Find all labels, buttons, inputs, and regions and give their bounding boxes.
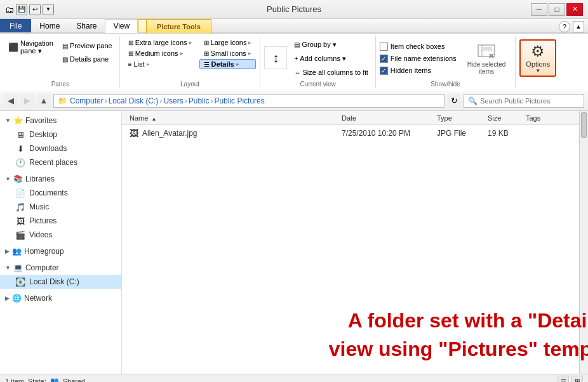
sidebar-item-music[interactable]: 🎵 Music (0, 200, 121, 214)
maximize-button[interactable]: □ (549, 3, 565, 16)
col-header-tags[interactable]: Tags (523, 114, 574, 122)
group-by-icon: ▤ (294, 41, 300, 48)
medium-icon: ⊞ (128, 50, 133, 57)
tab-home[interactable]: Home (31, 19, 68, 32)
address-bar[interactable]: 📁 Computer › Local Disk (C:) › Users › P… (53, 94, 444, 108)
main-area: ▼ ⭐ Favorites 🖥 Desktop ⬇ Downloads 🕐 Re… (0, 111, 588, 374)
size-all-label: Size all columns to fit (302, 69, 368, 76)
large-icons-btn[interactable]: ⊞ Large icons ▸ (199, 37, 257, 48)
sort-button[interactable]: ↕ (264, 46, 287, 69)
sidebar-item-documents[interactable]: 📄 Documents (0, 186, 121, 200)
preview-pane-button[interactable]: ▤ Preview pane (59, 40, 116, 51)
favorites-arrow: ▼ (5, 117, 11, 124)
add-columns-button[interactable]: + Add columns ▾ (291, 53, 371, 65)
desktop-label: Desktop (29, 130, 57, 139)
address-local-disk[interactable]: Local Disk (C:) (109, 96, 159, 105)
extra-large-icon: ⊞ (128, 39, 133, 46)
downloads-label: Downloads (29, 144, 67, 153)
favorites-header[interactable]: ▼ ⭐ Favorites (0, 114, 121, 128)
add-columns-label: Add columns ▾ (300, 55, 346, 63)
group-by-button[interactable]: ▤ Group by ▾ (291, 39, 371, 51)
medium-icons-btn[interactable]: ⊞ Medium icons ▸ (124, 48, 197, 58)
nav-pane-icon: ⬛ (8, 43, 18, 52)
homegroup-header[interactable]: ▶ 👥 Homegroup (0, 244, 121, 258)
item-check-boxes-toggle[interactable]: Item check boxes (380, 42, 457, 51)
status-bar: 1 item State: 👥 Shared ☰ ⊞ (0, 374, 588, 382)
desktop-icon: 🖥 (15, 129, 25, 140)
back-button[interactable]: ◀ (4, 94, 18, 108)
size-all-columns-button[interactable]: ↔ Size all columns to fit (291, 67, 371, 78)
item-check-boxes-checkbox[interactable] (380, 43, 388, 51)
tab-file[interactable]: File (0, 19, 31, 32)
minimize-button[interactable]: ─ (531, 3, 547, 16)
search-icon: 🔍 (468, 96, 478, 105)
address-computer[interactable]: Computer (70, 96, 104, 105)
ribbon-group-options: ⚙ Options ▼ x (516, 36, 560, 88)
libraries-arrow: ▼ (5, 176, 11, 182)
up-button[interactable]: ▲ (37, 94, 51, 108)
file-name-ext-checkbox[interactable] (380, 55, 388, 63)
details-pane-button[interactable]: ▤ Details pane (59, 53, 116, 65)
options-button[interactable]: ⚙ Options ▼ (519, 39, 556, 77)
file-type-icon: 🖼 (130, 128, 138, 138)
network-arrow: ▶ (5, 295, 10, 301)
refresh-button[interactable]: ↻ (447, 94, 461, 108)
ribbon-help-button[interactable]: ? (559, 21, 570, 32)
address-public[interactable]: Public (189, 96, 210, 105)
file-size-cell: 19 KB (485, 129, 523, 138)
current-view-group-label: Current view (264, 79, 371, 88)
sidebar-item-downloads[interactable]: ⬇ Downloads (0, 142, 121, 155)
computer-header[interactable]: ▼ 💻 Computer (0, 261, 121, 275)
item-count: 1 item (5, 378, 24, 383)
list-btn[interactable]: ≡ List ▸ (124, 59, 197, 69)
extra-large-icons-btn[interactable]: ⊞ Extra large icons ▸ (124, 37, 197, 48)
large-view-button[interactable]: ⊞ (571, 376, 583, 383)
dropdown-button[interactable]: ▼ (43, 4, 54, 15)
col-header-size[interactable]: Size (485, 114, 523, 122)
col-header-type[interactable]: Type (434, 114, 485, 122)
save-button[interactable]: 💾 (16, 4, 27, 15)
tab-view[interactable]: View (105, 19, 138, 33)
forward-button[interactable]: ▶ (20, 94, 34, 108)
hidden-items-toggle[interactable]: Hidden items (380, 66, 457, 76)
hidden-items-checkbox[interactable] (380, 67, 388, 75)
network-header[interactable]: ▶ 🌐 Network (0, 291, 121, 305)
small-icons-btn[interactable]: ⊞ Small icons ▸ (199, 48, 257, 58)
sidebar-item-desktop[interactable]: 🖥 Desktop (0, 128, 121, 142)
libraries-header[interactable]: ▼ 📚 Libraries (0, 172, 121, 186)
col-header-name[interactable]: Name ▲ (127, 114, 339, 122)
col-header-date[interactable]: Date (339, 114, 434, 122)
address-sep-2: › (159, 96, 162, 105)
close-button[interactable]: ✕ (566, 3, 583, 16)
homegroup-icon: 👥 (12, 247, 22, 256)
tab-share[interactable]: Share (68, 19, 105, 32)
file-type-cell: JPG File (434, 129, 485, 138)
sidebar-item-pictures[interactable]: 🖼 Pictures (0, 214, 121, 228)
favorites-label: Favorites (25, 116, 57, 125)
recent-places-label: Recent places (29, 158, 77, 167)
search-input[interactable] (480, 97, 580, 105)
address-public-pictures[interactable]: Public Pictures (214, 96, 264, 105)
address-users[interactable]: Users (163, 96, 183, 105)
ribbon-group-panes: ⬛ Navigationpane ▾ ▤ Preview pane ▤ Deta… (1, 36, 120, 88)
sidebar-item-videos[interactable]: 🎬 Videos (0, 228, 121, 242)
ribbon-group-layout: ⊞ Extra large icons ▸ ⊞ Medium icons ▸ ≡… (120, 36, 261, 88)
music-icon: 🎵 (15, 202, 25, 212)
undo-button[interactable]: ↩ (29, 4, 41, 15)
details-btn[interactable]: ☰ Details ▸ (199, 59, 257, 69)
layout-group-label: Layout (124, 79, 257, 88)
list-icon: ≡ (128, 61, 132, 68)
sidebar-item-local-disk[interactable]: 💽 Local Disk (C:) (0, 275, 121, 289)
navigation-pane-button[interactable]: ⬛ Navigationpane ▾ (5, 37, 57, 57)
hide-selected-button[interactable]: Hide selected items (462, 38, 512, 77)
file-name-extensions-toggle[interactable]: File name extensions (380, 54, 457, 63)
details-icon: ▤ (62, 56, 68, 63)
sidebar-item-recent-places[interactable]: 🕐 Recent places (0, 155, 121, 169)
recent-icon: 🕐 (15, 157, 25, 168)
details-view-button[interactable]: ☰ (558, 376, 569, 383)
table-row[interactable]: 🖼 Alien_Avatar.jpg 7/25/2010 10:20 PM JP… (122, 125, 579, 142)
small-icons-icon: ⊞ (204, 50, 209, 57)
name-sort-arrow: ▲ (151, 116, 156, 121)
vertical-scrollbar[interactable] (579, 111, 588, 374)
ribbon-collapse-button[interactable]: ▲ (573, 21, 584, 32)
